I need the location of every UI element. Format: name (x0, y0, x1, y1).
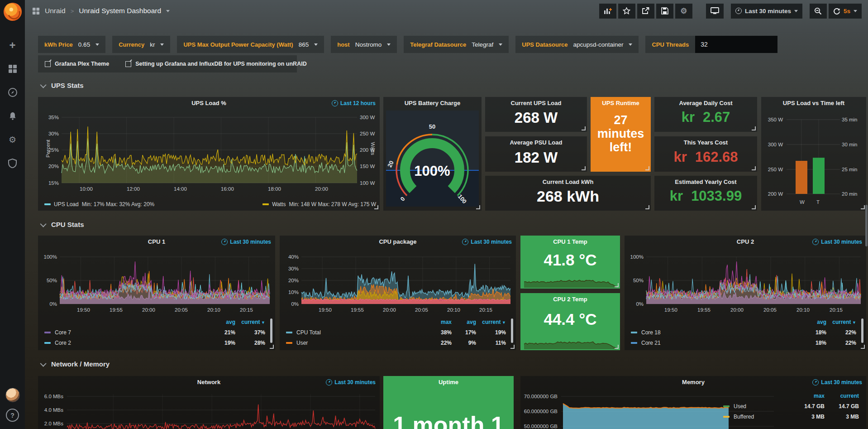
variable-kwh-price[interactable]: kWh Price 0.65 (38, 36, 105, 53)
legend-name[interactable]: User (286, 340, 426, 346)
variable-value[interactable]: kr (150, 41, 155, 48)
panel-time-range[interactable]: Last 30 minutes (812, 379, 862, 386)
panel-time-range[interactable]: Last 30 minutes (221, 239, 271, 245)
legend-header-max[interactable]: max (426, 319, 452, 325)
dashboard-title[interactable]: Unraid System Dashboard (79, 7, 161, 15)
panel-title[interactable]: CPU 1 Temp (534, 238, 606, 245)
time-range-picker[interactable]: Last 30 minutes (731, 4, 802, 19)
cpu-threads-input[interactable] (695, 36, 777, 53)
section-title[interactable]: UPS Stats (51, 82, 84, 89)
resize-handle[interactable] (861, 205, 865, 209)
resize-handle[interactable] (752, 205, 756, 209)
panel-time-range[interactable]: Last 12 hours (332, 100, 376, 106)
section-ups-stats[interactable]: UPS Stats (42, 82, 84, 89)
legend-name[interactable]: Core 18 (631, 329, 800, 336)
variable-telegraf-datasource[interactable]: Telegraf Datasource Telegraf (404, 36, 509, 53)
save-button[interactable] (656, 4, 673, 19)
panel-time-range[interactable]: Last 30 minutes (812, 239, 862, 245)
battery-gauge[interactable]: 02050100100% (383, 111, 482, 209)
legend-header-avg[interactable]: avg (800, 319, 826, 325)
variable-currency[interactable]: Currency kr (112, 36, 170, 53)
apps-grid-icon[interactable] (32, 7, 40, 15)
resize-handle[interactable] (861, 345, 865, 349)
legend-name[interactable]: Core 7 (44, 329, 209, 336)
legend-header-max[interactable]: max (793, 393, 825, 399)
panel-title[interactable]: Estimated Yearly Cost (668, 178, 744, 185)
link-label[interactable]: Grafana Plex Theme (55, 61, 109, 67)
variable-value[interactable]: 0.65 (78, 41, 90, 48)
legend-scrollbar[interactable] (511, 318, 513, 343)
admin-shield-icon[interactable] (7, 157, 19, 169)
resize-handle[interactable] (582, 126, 586, 130)
panel-title[interactable]: UPS Load vs Time left (766, 100, 862, 106)
refresh-button[interactable]: 5s (829, 4, 862, 19)
section-title[interactable]: CPU Stats (51, 221, 84, 228)
variable-value[interactable]: 865 (299, 41, 309, 48)
section-title[interactable]: Network / Memory (51, 360, 110, 368)
panel-title[interactable]: Average Daily Cost (668, 100, 744, 106)
panel-title[interactable]: Uptime (397, 379, 500, 386)
share-button[interactable] (637, 4, 654, 19)
panel-title[interactable]: Average PSU Load (499, 139, 573, 146)
panel-title[interactable]: Current Load kWh (499, 178, 637, 185)
resize-handle[interactable] (645, 166, 649, 170)
legend-name[interactable]: Core 21 (631, 340, 800, 346)
legend-scrollbar[interactable] (861, 318, 863, 343)
variable-ups-datasource[interactable]: UPS Datasource apcupsd-container (515, 36, 639, 53)
user-avatar[interactable] (5, 388, 20, 402)
resize-handle[interactable] (615, 283, 619, 287)
legend-header-avg[interactable]: avg (452, 319, 476, 325)
resize-handle[interactable] (752, 126, 756, 130)
variable-ups-max-power[interactable]: UPS Max Output Power Capacity (Watt) 865 (177, 36, 324, 53)
resize-handle[interactable] (270, 345, 274, 349)
link-ups-monitoring-guide[interactable]: Setting up Grafana and InfluxDB for UPS … (125, 61, 306, 67)
resize-handle[interactable] (374, 205, 378, 209)
create-plus-icon[interactable]: + (7, 39, 19, 51)
section-cpu-stats[interactable]: CPU Stats (42, 221, 84, 228)
legend-watts[interactable]: Watts Min: 148 W Max: 278 W Avg: 175 W (262, 201, 376, 207)
link-grafana-plex-theme[interactable]: Grafana Plex Theme (45, 61, 109, 67)
legend-header-current[interactable]: current (825, 393, 859, 399)
legend-header-current[interactable]: current ▼ (826, 319, 856, 325)
panel-time-range[interactable]: Last 30 minutes (326, 379, 376, 386)
variable-host[interactable]: host Nostromo (331, 36, 397, 53)
resize-handle[interactable] (476, 205, 480, 209)
resize-handle[interactable] (752, 166, 756, 170)
variable-value[interactable]: apcupsd-container (573, 41, 623, 48)
add-panel-button[interactable] (599, 4, 616, 19)
grafana-logo-icon[interactable] (4, 3, 22, 21)
legend-name[interactable]: CPU Total (286, 329, 426, 336)
legend-name[interactable]: UPS Load (54, 201, 79, 207)
panel-title[interactable]: This Years Cost (668, 139, 744, 146)
ups-load-plot[interactable] (38, 97, 380, 211)
page-scrollbar[interactable] (865, 205, 868, 246)
dashboards-grid-icon[interactable] (7, 63, 19, 75)
resize-handle[interactable] (510, 345, 515, 349)
panel-title[interactable]: UPS Battery Charge (388, 100, 477, 106)
variable-value[interactable]: Telegraf (472, 41, 493, 48)
alerting-bell-icon[interactable] (7, 110, 19, 122)
dashboard-caret-icon[interactable] (166, 10, 170, 12)
legend-name[interactable]: Buffered (723, 414, 793, 420)
breadcrumb-root[interactable]: Unraid (45, 7, 66, 15)
legend-header-current[interactable]: current ▼ (235, 319, 265, 325)
panel-time-range[interactable]: Last 30 minutes (462, 239, 512, 245)
legend-name[interactable]: Core 2 (44, 340, 209, 346)
legend-header-avg[interactable]: avg (209, 319, 235, 325)
refresh-interval[interactable]: 5s (844, 8, 850, 14)
star-button[interactable] (618, 4, 635, 19)
resize-handle[interactable] (615, 345, 619, 349)
legend-ups-load[interactable]: UPS Load Min: 17% Max: 32% Avg: 20% (44, 201, 154, 207)
variable-value[interactable]: Nostromo (355, 41, 382, 48)
panel-title[interactable]: CPU 2 Temp (534, 296, 606, 303)
link-label[interactable]: Setting up Grafana and InfluxDB for UPS … (135, 61, 306, 67)
legend-scrollbar[interactable] (270, 318, 272, 343)
explore-compass-icon[interactable] (7, 87, 19, 98)
panel-title[interactable]: UPS Runtime (593, 100, 648, 106)
help-icon[interactable]: ? (6, 409, 19, 422)
legend-name[interactable]: Used (723, 403, 793, 410)
resize-handle[interactable] (645, 205, 649, 209)
resize-handle[interactable] (582, 166, 586, 170)
panel-title[interactable]: Current UPS Load (499, 100, 573, 106)
panel-title[interactable]: Memory (534, 379, 853, 386)
